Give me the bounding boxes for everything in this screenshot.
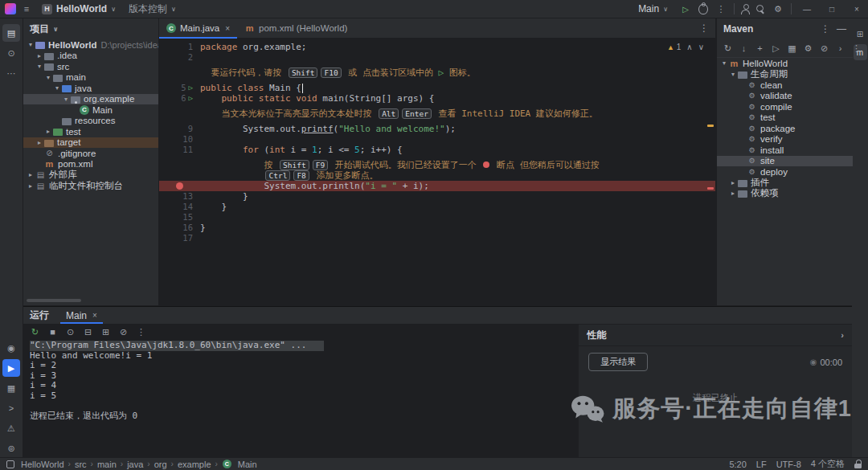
horizontal-scrollbar[interactable] — [27, 299, 81, 302]
gutter[interactable]: 10 — [159, 134, 200, 145]
close-icon[interactable]: × — [92, 311, 97, 320]
project-tree-item[interactable]: mpom.xml — [23, 159, 158, 170]
chevron-right-icon[interactable]: › — [841, 330, 844, 340]
breadcrumb-item[interactable]: src — [75, 460, 87, 469]
profiler-header[interactable]: 性能 › — [579, 325, 852, 346]
gutter[interactable] — [159, 182, 200, 190]
gutter[interactable]: 2 — [159, 52, 200, 63]
more-tools-button[interactable]: ⋯ — [2, 64, 20, 82]
gutter[interactable]: 11 — [159, 145, 200, 155]
gutter[interactable]: 16 — [159, 223, 200, 233]
console-output[interactable]: "C:\Program Files\Java\jdk1.8.0_60\bin\j… — [23, 339, 578, 457]
gutter[interactable]: 9 — [159, 124, 200, 134]
project-tree-item[interactable]: ▾java — [23, 83, 158, 94]
more-icon[interactable]: ⋮ — [821, 23, 830, 35]
show-results-button[interactable]: 显示结果 — [588, 353, 648, 371]
chevron-icon[interactable]: ▸ — [27, 182, 35, 190]
close-icon[interactable]: × — [225, 24, 230, 33]
project-tree-item[interactable]: CMain — [23, 104, 158, 116]
tab-options-icon[interactable]: ⋮ — [693, 22, 715, 34]
warning-stripe-mark[interactable] — [707, 125, 714, 127]
maven-tree-item[interactable]: ⚙compile — [717, 101, 853, 112]
clear-button[interactable]: ⊘ — [118, 327, 129, 337]
settings-button[interactable]: ⚙ — [803, 43, 813, 54]
maven-tree-item[interactable]: ▸插件 — [717, 178, 853, 189]
indent-setting[interactable]: 4 个空格 — [811, 458, 845, 470]
reload-button[interactable]: ↻ — [723, 43, 733, 54]
gutter[interactable]: 1 — [159, 42, 200, 52]
gutter[interactable]: 13 — [159, 191, 200, 202]
project-tree-item[interactable]: ▾main — [23, 72, 158, 84]
terminal-tool-button[interactable]: > — [2, 399, 20, 417]
project-tree-item[interactable]: ▸▤外部库 — [23, 170, 158, 181]
more-button[interactable]: ⋮ — [851, 43, 862, 54]
breadcrumb-item[interactable]: org — [154, 460, 167, 469]
inspection-widget[interactable]: ▲ 1 ∧ ∨ — [667, 43, 704, 51]
breadcrumb-item[interactable]: main — [97, 460, 117, 469]
chevron-icon[interactable]: ▸ — [729, 190, 737, 197]
tab-main-java[interactable]: C Main.java × — [159, 18, 237, 38]
main-menu-icon[interactable]: ≡ — [19, 2, 34, 16]
breadcrumb-item[interactable]: example — [178, 460, 211, 469]
caret-position[interactable]: 5:20 — [729, 460, 746, 469]
code-area[interactable]: 1package org.example;2 要运行代码，请按 ShiftF10… — [159, 39, 715, 243]
debug-tool-button[interactable]: ◉ — [2, 339, 20, 357]
detach-button[interactable]: ⊘ — [819, 43, 829, 54]
run-goal-button[interactable]: ▷ — [771, 43, 781, 54]
maven-tree-item[interactable]: ▸依赖项 — [717, 188, 853, 199]
dependencies-button[interactable]: ▦ — [787, 43, 797, 54]
pin-button[interactable]: ⊙ — [65, 327, 76, 337]
search-icon[interactable] — [755, 4, 765, 14]
breadcrumb-item[interactable]: HelloWorld — [21, 460, 64, 469]
prev-problem-icon[interactable]: ∧ — [686, 43, 692, 51]
project-tree-item[interactable]: ▾src — [23, 61, 158, 72]
collapse-button[interactable]: › — [835, 43, 845, 53]
run-tab-main[interactable]: Main × — [60, 307, 103, 324]
commit-tool-button[interactable]: ⊙ — [2, 44, 20, 62]
scroll-to-end-button[interactable]: ⊞ — [100, 327, 111, 337]
project-tree-item[interactable]: ▾HelloWorldD:\projects\idea-workspace-xa — [23, 39, 158, 51]
chevron-icon[interactable]: ▾ — [27, 41, 35, 48]
project-tool-button[interactable]: ▤ — [2, 24, 20, 42]
project-tree-item[interactable]: ▸.idea — [23, 51, 158, 62]
vcs-widget[interactable]: 版本控制 ∨ — [124, 2, 181, 16]
soft-wrap-button[interactable]: ⊟ — [83, 327, 93, 337]
chevron-icon[interactable]: ▾ — [35, 63, 43, 70]
gutter[interactable]: 17 — [159, 233, 200, 243]
project-widget[interactable]: H HelloWorld ∨ — [37, 2, 121, 16]
project-tree-item[interactable]: ▸test — [23, 126, 158, 137]
run-config-selector[interactable]: Main ∨ — [633, 2, 673, 16]
project-tree-item[interactable]: ▸▤临时文件和控制台 — [23, 181, 158, 192]
project-tree-item[interactable]: resources — [23, 116, 158, 127]
breadcrumb-item[interactable]: java — [127, 460, 143, 469]
close-button[interactable]: × — [847, 0, 866, 18]
chevron-icon[interactable]: ▾ — [53, 84, 61, 92]
chevron-icon[interactable]: ▾ — [62, 96, 70, 103]
chevron-icon[interactable]: ▸ — [44, 128, 52, 135]
maven-tree-item[interactable]: ⚙deploy — [717, 166, 853, 178]
maven-tree-item[interactable]: ⚙verify — [717, 134, 853, 145]
file-encoding[interactable]: UTF-8 — [776, 460, 801, 469]
maven-tree-item[interactable]: ⚙package — [717, 123, 853, 134]
gutter[interactable]: 14 — [159, 202, 200, 212]
next-problem-icon[interactable]: ∨ — [698, 43, 704, 51]
stop-button[interactable]: ■ — [47, 327, 58, 337]
code-with-me-icon[interactable] — [740, 4, 750, 14]
maven-panel-header[interactable]: Maven ⋮ — — [717, 18, 853, 39]
maven-tree-item[interactable]: ⚙clean — [717, 80, 853, 91]
more-actions-icon[interactable]: ⋮ — [714, 2, 728, 16]
gutter[interactable]: 5▷ — [159, 83, 200, 93]
line-ending[interactable]: LF — [756, 460, 767, 469]
chevron-icon[interactable]: ▸ — [729, 179, 737, 186]
project-panel-header[interactable]: 项目 ∨ — [23, 18, 158, 39]
lock-icon[interactable] — [854, 460, 862, 468]
maven-tree-item[interactable]: ⚙install — [717, 145, 853, 156]
maven-tree-item[interactable]: ⚙validate — [717, 91, 853, 102]
project-tree-item[interactable]: ⊘.gitignore — [23, 148, 158, 159]
gutter[interactable]: 6▷ — [159, 93, 200, 104]
breakpoint-icon[interactable] — [176, 182, 183, 190]
rerun-button[interactable]: ↻ — [30, 327, 40, 337]
maximize-button[interactable]: □ — [822, 0, 841, 18]
project-tree-item[interactable]: ▸target — [23, 137, 158, 149]
services-tool-button[interactable]: ▦ — [2, 379, 20, 397]
